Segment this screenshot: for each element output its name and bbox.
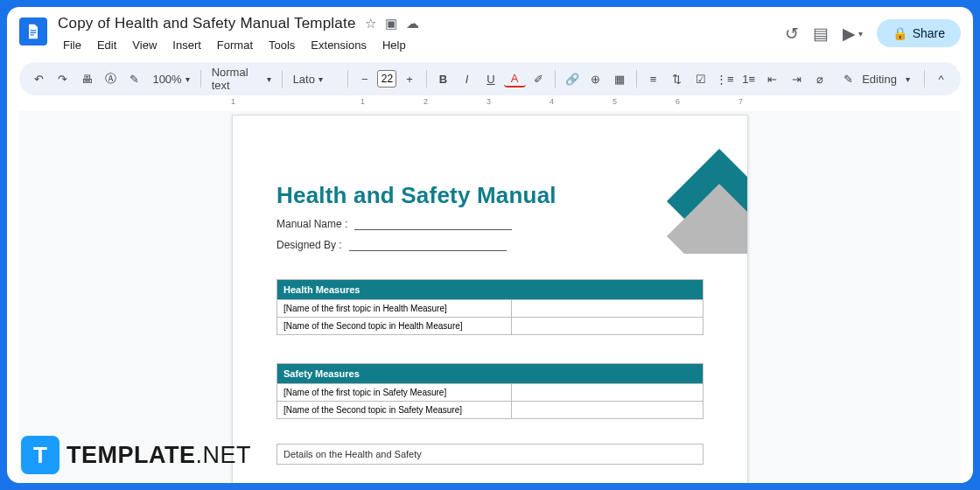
menu-tools[interactable]: Tools	[263, 36, 300, 54]
undo-button[interactable]: ↶	[28, 67, 50, 90]
field-designed-by[interactable]: Designed By :	[276, 239, 704, 251]
watermark-brand: TEMPLATE	[66, 442, 196, 468]
bullet-list-button[interactable]: ⋮≡	[714, 67, 736, 90]
decrease-indent-button[interactable]: ⇤	[761, 67, 783, 90]
style-value: Normal text	[212, 66, 263, 92]
mode-dropdown[interactable]: ✎ Editing ▾	[835, 73, 919, 86]
docs-logo[interactable]	[19, 18, 47, 46]
separator	[282, 70, 283, 88]
numbered-list-button[interactable]: 1≡	[738, 67, 760, 90]
separator	[924, 70, 925, 88]
menu-extensions[interactable]: Extensions	[305, 36, 372, 54]
line-spacing-button[interactable]: ⇅	[666, 67, 688, 90]
star-icon[interactable]: ☆	[365, 16, 376, 32]
field-label: Manual Name :	[276, 218, 347, 230]
menu-bar: File Edit View Insert Format Tools Exten…	[58, 36, 774, 54]
document-area[interactable]: Health and Safety Manual Manual Name : D…	[19, 111, 961, 483]
spellcheck-button[interactable]: Ⓐ	[100, 67, 122, 90]
table-cell[interactable]: [Name of the Second topic in Safety Meas…	[277, 402, 512, 419]
separator	[426, 70, 427, 88]
chevron-down-icon: ▾	[858, 29, 863, 38]
add-comment-button[interactable]: ⊕	[584, 67, 606, 90]
cloud-status-icon[interactable]: ☁	[406, 16, 419, 32]
document-heading[interactable]: Health and Safety Manual	[276, 182, 704, 209]
decrease-font-button[interactable]: −	[354, 67, 375, 90]
ruler[interactable]: 1 1 2 3 4 5 6 7	[19, 95, 961, 111]
chevron-down-icon: ▾	[186, 74, 190, 84]
meet-button[interactable]: ▶▾	[843, 24, 863, 44]
increase-font-button[interactable]: +	[398, 67, 420, 90]
page[interactable]: Health and Safety Manual Manual Name : D…	[232, 115, 748, 483]
zoom-dropdown[interactable]: 100%▾	[147, 73, 194, 86]
menu-file[interactable]: File	[58, 36, 87, 54]
title-area: Copy of Health and Safety Manual Templat…	[58, 14, 774, 54]
menu-format[interactable]: Format	[212, 36, 258, 54]
lock-icon: 🔒	[892, 26, 907, 40]
ruler-mark: 5	[612, 97, 617, 106]
style-dropdown[interactable]: Normal text▾	[206, 66, 276, 92]
ruler-mark: 6	[676, 97, 680, 106]
underline-button[interactable]: U	[480, 67, 501, 90]
mode-label: Editing	[862, 73, 897, 86]
bold-button[interactable]: B	[432, 67, 454, 90]
menu-edit[interactable]: Edit	[92, 36, 122, 54]
menu-insert[interactable]: Insert	[167, 36, 206, 54]
separator	[555, 70, 556, 88]
ruler-mark: 1	[360, 97, 365, 106]
document-title[interactable]: Copy of Health and Safety Manual Templat…	[58, 15, 356, 32]
table-row: [Name of the first topic in Health Measu…	[277, 300, 704, 318]
table-row: [Name of the Second topic in Safety Meas…	[277, 402, 704, 419]
table-row: [Name of the Second topic in Health Meas…	[277, 318, 704, 335]
font-size-input[interactable]	[377, 70, 396, 88]
chevron-down-icon: ▾	[906, 74, 910, 84]
paint-format-button[interactable]: ✎	[123, 67, 145, 90]
health-measures-table[interactable]: Health Measures [Name of the first topic…	[276, 279, 704, 335]
details-section[interactable]: Details on the Health and Safety	[276, 444, 704, 465]
ruler-mark: 4	[550, 97, 554, 106]
share-button[interactable]: 🔒 Share	[877, 19, 961, 47]
table-cell[interactable]: [Name of the first topic in Health Measu…	[277, 300, 512, 318]
table-row: [Name of the first topic in Safety Measu…	[277, 384, 704, 402]
increase-indent-button[interactable]: ⇥	[786, 67, 808, 90]
chevron-down-icon: ▾	[318, 74, 323, 84]
table-cell[interactable]	[511, 300, 703, 318]
table-header[interactable]: Health Measures	[277, 280, 704, 300]
hide-menus-button[interactable]: ^	[930, 67, 952, 90]
clear-formatting-button[interactable]: ⌀	[809, 67, 831, 90]
field-underline	[349, 239, 507, 251]
comments-icon[interactable]: ▤	[813, 24, 829, 44]
move-icon[interactable]: ▣	[385, 16, 397, 32]
italic-button[interactable]: I	[456, 67, 478, 90]
insert-image-button[interactable]: ▦	[609, 67, 631, 90]
table-cell[interactable]	[511, 402, 703, 419]
print-button[interactable]: 🖶	[76, 67, 98, 90]
header-bar: Copy of Health and Safety Manual Templat…	[7, 7, 973, 54]
watermark-text: TEMPLATE.NET	[66, 442, 251, 469]
checklist-button[interactable]: ☑	[690, 67, 711, 90]
menu-help[interactable]: Help	[377, 36, 411, 54]
separator	[636, 70, 637, 88]
table-cell[interactable]: [Name of the first topic in Safety Measu…	[277, 384, 512, 402]
table-cell[interactable]	[511, 384, 703, 402]
font-dropdown[interactable]: Lato▾	[288, 73, 343, 86]
font-value: Lato	[293, 73, 315, 86]
watermark-icon: T	[21, 436, 60, 474]
highlight-button[interactable]: ✐	[528, 67, 550, 90]
table-cell[interactable]	[511, 318, 703, 335]
history-icon[interactable]: ↺	[785, 24, 799, 44]
redo-button[interactable]: ↷	[52, 67, 74, 90]
menu-view[interactable]: View	[127, 36, 162, 54]
docs-logo-icon	[24, 21, 42, 42]
safety-measures-table[interactable]: Safety Measures [Name of the first topic…	[276, 363, 704, 419]
insert-link-button[interactable]: 🔗	[561, 67, 583, 90]
field-label: Designed By :	[276, 239, 342, 251]
align-button[interactable]: ≡	[642, 67, 664, 90]
table-header[interactable]: Safety Measures	[277, 364, 704, 384]
pencil-icon: ✎	[844, 73, 853, 86]
field-manual-name[interactable]: Manual Name :	[276, 218, 704, 230]
table-cell[interactable]: [Name of the Second topic in Health Meas…	[277, 318, 512, 335]
camera-icon: ▶	[843, 24, 856, 44]
ruler-mark: 1	[231, 97, 235, 106]
watermark: T TEMPLATE.NET	[21, 436, 251, 474]
text-color-button[interactable]: A	[504, 70, 526, 88]
